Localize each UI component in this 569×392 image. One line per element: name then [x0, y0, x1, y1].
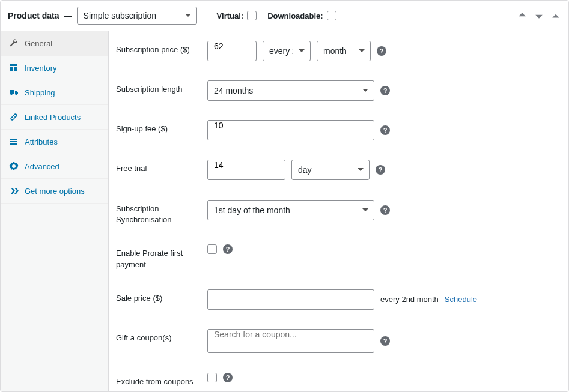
subscription-interval-select[interactable]: every 2nd — [263, 41, 311, 61]
subscription-length-value: 24 months — [214, 86, 253, 95]
exclude-coupons-label: Exclude from coupons — [116, 373, 200, 387]
row-exclude-coupons: Exclude from coupons ? — [109, 363, 568, 391]
row-exclude-store-credit: Exclude from store credit ? — [109, 391, 568, 391]
row-subscription-price: Subscription price ($) every 2nd month ? — [109, 31, 568, 71]
sidebar-item-linked-products[interactable]: Linked Products — [1, 105, 108, 130]
product-data-panel: Product data — Simple subscription Virtu… — [0, 0, 569, 392]
product-type-value: Simple subscription — [84, 11, 156, 20]
sidebar-item-attributes[interactable]: Attributes — [1, 130, 108, 154]
chevron-down-icon — [358, 46, 365, 56]
downloadable-checkbox[interactable] — [327, 11, 336, 20]
gift-coupon-label: Gift a coupon(s) — [116, 329, 200, 343]
sidebar-item-label: Shipping — [25, 88, 55, 97]
row-free-trial: Free trial day ? — [109, 150, 568, 190]
virtual-label: Virtual: — [217, 11, 244, 20]
sidebar-item-label: Attributes — [25, 137, 58, 146]
gift-coupon-input[interactable] — [207, 329, 374, 353]
help-icon[interactable]: ? — [223, 373, 233, 382]
attributes-icon — [9, 137, 19, 146]
gear-icon — [9, 161, 19, 171]
sale-price-label: Sale price ($) — [116, 289, 200, 304]
free-trial-period-select[interactable]: day — [291, 160, 370, 180]
more-icon — [9, 186, 19, 196]
chevron-down-icon — [362, 205, 369, 215]
downloadable-label: Downloadable: — [267, 11, 323, 20]
chevron-down-icon — [357, 165, 364, 175]
product-type-select[interactable]: Simple subscription — [77, 7, 197, 25]
sidebar-item-label: Inventory — [25, 64, 56, 73]
sync-select[interactable]: 1st day of the month — [207, 200, 374, 220]
row-signup-fee: Sign-up fee ($) ? — [109, 110, 568, 150]
divider — [207, 9, 207, 22]
free-trial-label: Free trial — [116, 160, 200, 174]
row-sale-price: Sale price ($) every 2nd month Schedule — [109, 280, 568, 319]
sidebar-item-inventory[interactable]: Inventory — [1, 56, 108, 80]
inventory-icon — [9, 63, 19, 73]
sidebar: General Inventory Shipping Linked Produc… — [1, 31, 109, 391]
subscription-length-select[interactable]: 24 months — [207, 80, 374, 101]
content-area: Subscription price ($) every 2nd month ?… — [109, 31, 568, 391]
subscription-price-label: Subscription price ($) — [116, 41, 200, 55]
chevron-down-icon — [362, 86, 369, 95]
sidebar-item-general[interactable]: General — [1, 31, 108, 56]
panel-header-actions — [517, 10, 561, 21]
help-icon[interactable]: ? — [380, 205, 390, 215]
row-sync: Subscription Synchronisation 1st day of … — [109, 190, 568, 235]
subscription-interval-value: every 2nd — [269, 46, 293, 56]
sync-value: 1st day of the month — [214, 205, 290, 215]
sale-price-period: every 2nd month — [380, 295, 439, 304]
row-gift-coupon: Gift a coupon(s) ? — [109, 319, 568, 363]
sidebar-item-get-more[interactable]: Get more options — [1, 179, 108, 204]
signup-fee-input[interactable] — [207, 120, 374, 140]
sidebar-item-advanced[interactable]: Advanced — [1, 154, 108, 179]
sidebar-item-label: General — [25, 39, 52, 48]
subscription-period-value: month — [323, 46, 347, 56]
row-subscription-length: Subscription length 24 months ? — [109, 71, 568, 110]
virtual-toggle[interactable]: Virtual: — [217, 11, 257, 20]
help-icon[interactable]: ? — [380, 125, 390, 135]
free-trial-period-value: day — [298, 165, 312, 175]
sidebar-item-label: Linked Products — [25, 113, 81, 122]
help-icon[interactable]: ? — [376, 165, 385, 175]
panel-title-dash: — — [64, 11, 72, 20]
subscription-period-select[interactable]: month — [317, 41, 371, 61]
schedule-link[interactable]: Schedule — [445, 295, 477, 304]
sync-label: Subscription Synchronisation — [116, 200, 200, 225]
downloadable-toggle[interactable]: Downloadable: — [267, 11, 336, 20]
row-prorate: Enable Prorate first payment ? — [109, 235, 568, 279]
chevron-down-icon — [184, 11, 192, 20]
chevron-down-icon — [298, 46, 305, 56]
move-up-icon[interactable] — [517, 10, 528, 21]
subscription-price-input[interactable] — [207, 41, 257, 61]
panel-body: General Inventory Shipping Linked Produc… — [1, 31, 568, 391]
sidebar-item-label: Get more options — [25, 187, 85, 196]
collapse-icon[interactable] — [550, 10, 561, 21]
prorate-checkbox[interactable] — [207, 244, 217, 254]
help-icon[interactable]: ? — [380, 336, 390, 346]
truck-icon — [9, 88, 19, 97]
wrench-icon — [9, 38, 19, 48]
move-down-icon[interactable] — [534, 10, 544, 21]
signup-fee-label: Sign-up fee ($) — [116, 120, 200, 134]
help-icon[interactable]: ? — [223, 244, 233, 254]
sidebar-item-shipping[interactable]: Shipping — [1, 80, 108, 105]
sidebar-item-label: Advanced — [25, 162, 59, 171]
help-icon[interactable]: ? — [377, 46, 386, 56]
virtual-checkbox[interactable] — [247, 11, 257, 20]
sale-price-input[interactable] — [207, 289, 374, 310]
link-icon — [9, 112, 19, 122]
prorate-label: Enable Prorate first payment — [116, 244, 200, 270]
exclude-coupons-checkbox[interactable] — [207, 373, 217, 382]
panel-title: Product data — [8, 11, 59, 20]
help-icon[interactable]: ? — [380, 86, 390, 95]
free-trial-input[interactable] — [207, 160, 285, 180]
subscription-length-label: Subscription length — [116, 80, 200, 95]
panel-header: Product data — Simple subscription Virtu… — [1, 1, 568, 31]
